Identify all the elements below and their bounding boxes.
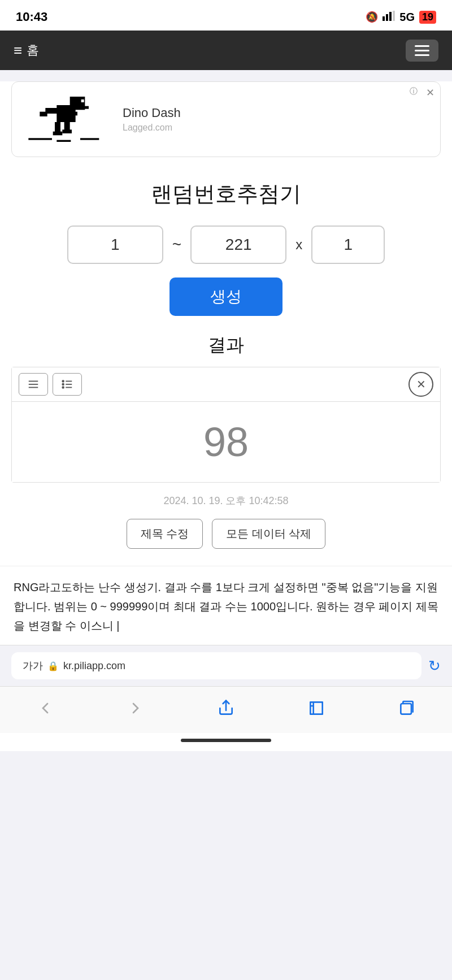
status-icons: 🔕 5G 19: [366, 11, 436, 24]
svg-point-24: [62, 380, 64, 382]
ad-close-button[interactable]: ✕: [426, 86, 434, 99]
svg-rect-7: [83, 106, 89, 109]
address-prefix: 가가: [23, 659, 43, 673]
result-number: 98: [203, 419, 249, 465]
svg-point-26: [62, 387, 64, 388]
result-toolbar: ✕: [12, 367, 440, 402]
hamburger-line-1: [415, 45, 429, 47]
svg-rect-1: [386, 14, 388, 21]
count-input[interactable]: [311, 226, 385, 264]
text-align-button[interactable]: [19, 373, 48, 396]
delete-all-button[interactable]: 모든 데이터 삭제: [212, 519, 325, 549]
tabs-button[interactable]: [393, 695, 420, 722]
svg-rect-15: [56, 140, 71, 142]
home-icon: ≡: [14, 42, 22, 59]
ad-game-title: Dino Dash: [123, 106, 181, 120]
bottom-toolbar: [0, 686, 452, 733]
tilde-separator: ~: [172, 236, 181, 254]
address-url: kr.piliapp.com: [63, 660, 410, 672]
hamburger-button[interactable]: [406, 40, 438, 62]
battery-badge: 19: [419, 11, 436, 24]
svg-rect-13: [62, 129, 72, 133]
ad-source: Lagged.com: [123, 123, 181, 133]
input-row: ~ x: [0, 226, 452, 264]
bell-icon: 🔕: [366, 11, 378, 23]
home-indicator: [0, 733, 452, 751]
svg-rect-30: [401, 704, 411, 714]
nav-home-link[interactable]: ≡ 홈: [14, 42, 39, 59]
reload-icon: ↻: [428, 657, 441, 674]
lock-icon: 🔒: [47, 661, 59, 671]
svg-rect-8: [45, 108, 58, 114]
x-icon: ✕: [416, 378, 426, 391]
svg-rect-3: [393, 11, 395, 21]
status-bar: 10:43 🔕 5G 19: [0, 0, 452, 31]
address-bar: 가가 🔒 kr.piliapp.com ↻: [0, 645, 452, 686]
svg-rect-2: [389, 12, 392, 21]
back-button[interactable]: [32, 695, 59, 722]
timestamp: 2024. 10. 19. 오후 10:42:58: [0, 494, 452, 508]
result-section: ✕ 98: [11, 367, 441, 483]
ad-info-icon: ⓘ: [410, 86, 418, 97]
address-container[interactable]: 가가 🔒 kr.piliapp.com: [11, 652, 421, 679]
edit-title-button[interactable]: 제목 수정: [127, 519, 203, 549]
svg-rect-12: [53, 132, 63, 136]
svg-rect-5: [70, 97, 85, 110]
page-title: 랜덤번호추첨기: [0, 180, 452, 209]
hamburger-line-3: [415, 54, 429, 56]
status-time: 10:43: [16, 10, 47, 24]
min-value-input[interactable]: [67, 226, 163, 264]
network-label: 5G: [399, 11, 415, 24]
result-box: 98: [12, 402, 440, 482]
action-buttons: 제목 수정 모든 데이터 삭제: [0, 519, 452, 549]
close-result-button[interactable]: ✕: [408, 372, 433, 397]
description-text: RNG라고도하는 난수 생성기. 결과 수를 1보다 크게 설정하면 "중복 없…: [0, 566, 452, 645]
signal-icon: [383, 11, 395, 24]
nav-bar: ≡ 홈: [0, 31, 452, 70]
svg-rect-0: [383, 16, 385, 21]
edit-title-label: 제목 수정: [141, 527, 189, 540]
ad-banner: ⓘ ✕: [11, 81, 441, 157]
list-view-button[interactable]: [53, 373, 82, 396]
main-content: ⓘ ✕: [0, 81, 452, 645]
svg-rect-14: [28, 138, 52, 140]
svg-rect-9: [40, 112, 47, 116]
multiply-separator: x: [295, 237, 302, 253]
max-value-input[interactable]: [190, 226, 286, 264]
forward-button[interactable]: [122, 695, 149, 722]
share-button[interactable]: [212, 695, 240, 722]
svg-rect-16: [80, 138, 99, 140]
svg-rect-6: [81, 99, 84, 102]
svg-point-25: [62, 384, 64, 385]
generate-label: 생성: [210, 288, 242, 305]
dino-image: [21, 91, 111, 148]
result-label: 결과: [0, 333, 452, 358]
bookmarks-button[interactable]: [303, 695, 330, 722]
home-label: 홈: [27, 42, 39, 59]
reload-button[interactable]: ↻: [428, 657, 441, 675]
ad-text-block: Dino Dash Lagged.com: [123, 106, 181, 133]
svg-rect-17: [72, 112, 77, 116]
delete-all-label: 모든 데이터 삭제: [226, 527, 311, 540]
home-bar: [181, 739, 271, 742]
hamburger-line-2: [415, 50, 429, 51]
generate-button[interactable]: 생성: [169, 277, 282, 316]
